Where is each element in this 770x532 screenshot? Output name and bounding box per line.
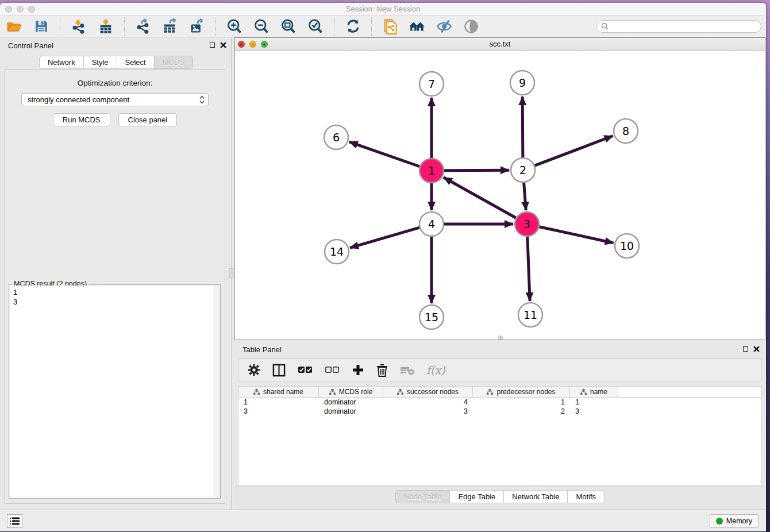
result-scrollbar[interactable]	[214, 286, 220, 498]
tab-style[interactable]: Style	[84, 56, 117, 69]
column-header-shared-name[interactable]: shared name	[238, 387, 319, 397]
function-builder-icon[interactable]: f(x)	[426, 364, 445, 376]
graph-node-2[interactable]: 2	[511, 158, 535, 182]
zoom-in-icon[interactable]	[226, 18, 243, 35]
table-cell[interactable]: 4	[383, 398, 473, 407]
delete-row-icon[interactable]	[376, 364, 388, 377]
network-minimize-icon[interactable]: −	[249, 41, 256, 48]
tab-network-table[interactable]: Network Table	[504, 490, 568, 503]
table-cell[interactable]: 1	[570, 398, 618, 407]
open-session-icon[interactable]	[6, 18, 23, 35]
column-header-predecessor-nodes[interactable]: predecessor nodes	[473, 387, 570, 397]
edge-3-11[interactable]	[528, 237, 530, 301]
graph-node-3[interactable]: 3	[515, 212, 539, 236]
table-cell[interactable]: 2	[473, 407, 570, 416]
table-cell[interactable]: 3	[238, 407, 319, 416]
table-cell[interactable]: 3	[383, 407, 473, 416]
run-mcds-button[interactable]: Run MCDS	[53, 113, 110, 126]
edge-2-9[interactable]	[522, 97, 523, 157]
edge-1-2[interactable]	[444, 170, 509, 171]
graph-node-4[interactable]: 4	[419, 212, 444, 236]
graph-node-8[interactable]: 8	[614, 119, 638, 143]
column-tree-icon	[487, 389, 493, 395]
hide-view-icon[interactable]	[436, 18, 453, 35]
close-table-panel-icon[interactable]	[753, 346, 760, 352]
edge-4-14[interactable]	[350, 228, 419, 248]
graph-node-10[interactable]: 10	[615, 234, 639, 258]
select-all-icon[interactable]	[298, 366, 313, 374]
control-panel-title: Control Panel	[8, 41, 53, 50]
mcds-panel: Optimization criterion: strongly connect…	[5, 69, 225, 504]
table-cell[interactable]: 1	[238, 398, 319, 407]
graph-node-11[interactable]: 11	[518, 303, 542, 327]
deselect-all-icon[interactable]	[325, 366, 340, 374]
export-table-icon[interactable]	[161, 18, 179, 35]
edge-3-10[interactable]	[539, 227, 613, 243]
mcds-result-text[interactable]: 1 3	[10, 286, 220, 498]
import-table-icon[interactable]	[97, 18, 114, 35]
splitter-grip[interactable]	[229, 268, 233, 277]
task-history-button[interactable]	[7, 514, 22, 528]
apply-layout-icon[interactable]	[344, 18, 361, 35]
close-window-button[interactable]	[5, 6, 12, 13]
memory-button[interactable]: Memory	[710, 514, 759, 528]
search-field[interactable]	[596, 20, 761, 33]
table-row[interactable]: 1dominator411	[238, 398, 761, 407]
column-header-MCDS-role[interactable]: MCDS role	[319, 387, 383, 397]
table-settings-icon[interactable]	[248, 364, 260, 376]
table-cell[interactable]: 3	[570, 407, 618, 416]
svg-text:2: 2	[519, 164, 526, 176]
zoom-fit-icon[interactable]	[280, 18, 297, 35]
table-row[interactable]: 3dominator323	[238, 407, 761, 416]
tab-select[interactable]: Select	[117, 56, 155, 69]
add-column-icon[interactable]	[352, 364, 364, 376]
tab-network[interactable]: Network	[39, 56, 84, 69]
maximize-window-button[interactable]	[28, 6, 35, 13]
export-image-icon[interactable]	[188, 18, 206, 35]
tab-edge-table[interactable]: Edge Table	[450, 490, 504, 503]
control-panel: Control Panel NetworkStyleSelectMCDS Opt…	[0, 37, 232, 510]
column-tree-icon	[580, 389, 587, 395]
edge-3-1[interactable]	[444, 178, 516, 218]
show-view-icon[interactable]	[463, 18, 480, 35]
search-input[interactable]	[611, 22, 756, 30]
close-panel-button[interactable]: Close panel	[118, 113, 178, 126]
tab-mcds[interactable]: MCDS	[155, 56, 193, 69]
tab-node-table[interactable]: Node Table	[395, 490, 451, 503]
column-header-name[interactable]: name	[570, 387, 618, 397]
edge-2-3[interactable]	[524, 183, 526, 210]
memory-status-icon	[716, 518, 723, 525]
split-panel-icon[interactable]	[272, 364, 286, 377]
table-cell[interactable]: dominator	[319, 407, 383, 416]
network-canvas[interactable]: 7968124314101511	[235, 51, 765, 340]
graph-node-15[interactable]: 15	[419, 305, 444, 329]
table-cell[interactable]: 1	[473, 398, 570, 407]
zoom-selected-icon[interactable]	[307, 18, 324, 35]
close-panel-icon[interactable]	[220, 42, 226, 48]
home-icon[interactable]	[409, 18, 426, 35]
graph-node-9[interactable]: 9	[510, 71, 534, 95]
float-panel-icon[interactable]	[210, 43, 215, 48]
network-close-icon[interactable]: ×	[238, 41, 245, 48]
network-document-icon[interactable]	[382, 18, 399, 35]
float-table-panel-icon[interactable]	[743, 346, 748, 352]
toolbar-separator	[334, 17, 334, 36]
network-maximize-icon[interactable]: +	[261, 41, 268, 48]
edge-2-8[interactable]	[535, 136, 613, 166]
edge-1-6[interactable]	[349, 142, 420, 167]
optimization-criterion-select[interactable]: strongly connected component	[21, 93, 209, 106]
graph-node-14[interactable]: 14	[325, 240, 349, 264]
graph-node-6[interactable]: 6	[324, 125, 348, 149]
import-network-icon[interactable]	[70, 18, 87, 35]
export-network-icon[interactable]	[134, 18, 152, 35]
canvas-scrollbar-thumb[interactable]	[498, 336, 503, 340]
zoom-out-icon[interactable]	[253, 18, 270, 35]
save-session-icon[interactable]	[33, 18, 50, 35]
column-header-successor-nodes[interactable]: successor nodes	[383, 387, 473, 397]
minimize-window-button[interactable]	[17, 6, 24, 13]
delete-table-icon[interactable]	[400, 365, 414, 375]
graph-node-7[interactable]: 7	[419, 72, 444, 96]
tab-motifs[interactable]: Motifs	[568, 490, 605, 503]
graph-node-1[interactable]: 1	[419, 159, 444, 183]
table-cell[interactable]: dominator	[319, 398, 383, 407]
